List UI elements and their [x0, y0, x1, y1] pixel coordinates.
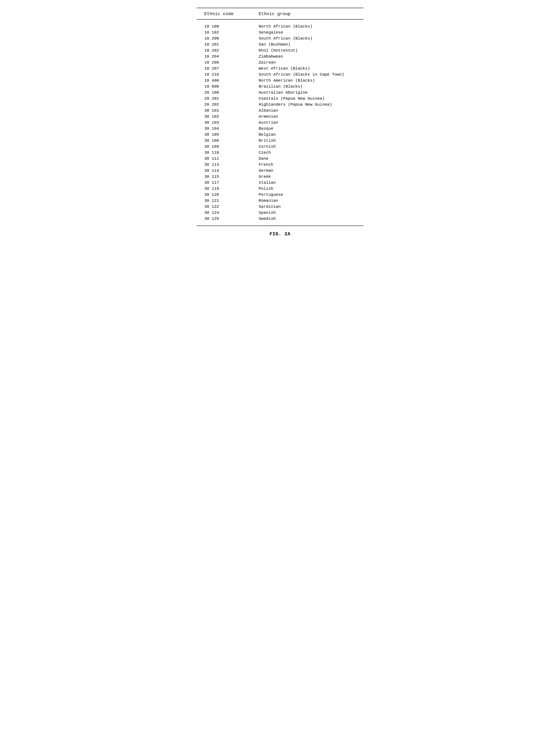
table-row: 30 110Czech: [204, 150, 356, 155]
table-row: 30 109Cornish: [204, 144, 356, 150]
row-code: 30 122: [204, 205, 259, 209]
table-row: 10 100North African (Blacks): [204, 23, 356, 29]
row-group: Zairean: [259, 60, 356, 65]
table-wrapper: Ethnic code Ethnic group 10 100North Afr…: [197, 8, 363, 226]
table-row: 10 204Zimbabwean: [204, 54, 356, 60]
row-code: 30 101: [204, 108, 259, 113]
table-row: 10 102Senegalese: [204, 29, 356, 36]
table-row: 30 106British: [204, 138, 356, 144]
page-container: Ethnic code Ethnic group 10 100North Afr…: [197, 8, 363, 238]
row-code: 20 201: [204, 96, 259, 101]
row-code: 30 121: [204, 198, 259, 203]
row-code: 10 204: [204, 54, 259, 59]
row-code: 30 125: [204, 216, 259, 221]
row-group: Polish: [259, 186, 356, 191]
row-code: 30 120: [204, 192, 259, 197]
row-group: Brazilian (Blacks): [259, 84, 356, 89]
table-row: 20 100Australian Aborigine: [204, 89, 356, 96]
table-row: 30 102Armenian: [204, 113, 356, 120]
row-group: Highlanders (Papua New Guinea): [259, 102, 356, 107]
header-ethnic-group: Ethnic group: [259, 12, 356, 17]
row-code: 30 106: [204, 139, 259, 143]
row-code: 30 104: [204, 126, 259, 131]
row-group: German: [259, 168, 356, 173]
row-code: 30 117: [204, 181, 259, 185]
table-row: 30 101Albanian: [204, 108, 356, 113]
row-group: Swedish: [259, 216, 356, 221]
table-row: 10 200South African (Blacks): [204, 36, 356, 41]
row-group: South African (Blacks): [259, 36, 356, 41]
row-group: Sardinian: [259, 205, 356, 209]
table-row: 30 104Basque: [204, 126, 356, 131]
row-code: 10 210: [204, 72, 259, 77]
table-row: 10 210South African (Blacks in Cape Town…: [204, 71, 356, 78]
table-row: 30 117Italian: [204, 180, 356, 186]
row-group: Spanish: [259, 210, 356, 215]
table-row: 10 207West African (Blacks): [204, 65, 356, 71]
row-code: 10 100: [204, 24, 259, 29]
table-row: 30 115Greek: [204, 174, 356, 180]
table-row: 10 400North American (Blacks): [204, 78, 356, 84]
row-code: 20 202: [204, 102, 259, 107]
row-code: 10 202: [204, 48, 259, 53]
table-row: 30 114German: [204, 168, 356, 174]
row-group: North African (Blacks): [259, 24, 356, 29]
figure-label: FIG. 2A: [197, 226, 363, 238]
row-group: French: [259, 162, 356, 167]
table-row: 10 201San (Bushman): [204, 41, 356, 47]
table-row: 10 206Zairean: [204, 60, 356, 65]
row-group: Zimbabwean: [259, 54, 356, 59]
row-group: Czech: [259, 150, 356, 155]
row-group: North American (Blacks): [259, 78, 356, 83]
row-code: 30 115: [204, 174, 259, 179]
row-code: 30 119: [204, 186, 259, 191]
row-code: 30 110: [204, 150, 259, 155]
row-group: Dane: [259, 156, 356, 161]
table-row: 30 113French: [204, 162, 356, 168]
row-code: 30 102: [204, 114, 259, 119]
row-code: 10 207: [204, 66, 259, 71]
row-code: 30 105: [204, 132, 259, 137]
table-row: 20 202Highlanders (Papua New Guinea): [204, 102, 356, 108]
row-code: 30 111: [204, 156, 259, 161]
table-row: 30 119Polish: [204, 186, 356, 192]
row-group: Cornish: [259, 144, 356, 149]
table-row: 30 103Austrian: [204, 120, 356, 126]
row-group: Austrian: [259, 120, 356, 125]
table-row: 30 122Sardinian: [204, 204, 356, 210]
table-row: 30 124Spanish: [204, 210, 356, 216]
row-code: 30 114: [204, 168, 259, 173]
row-group: San (Bushman): [259, 42, 356, 47]
row-code: 30 103: [204, 120, 259, 125]
row-code: 30 113: [204, 162, 259, 167]
row-code: 10 600: [204, 84, 259, 89]
row-group: Senegalese: [259, 30, 356, 35]
row-group: South African (Blacks in Cape Town): [259, 72, 356, 77]
table-row: 20 201Coastals (Papua New Guinea): [204, 96, 356, 102]
row-group: Australian Aborigine: [259, 90, 356, 95]
table-row: 30 111Dane: [204, 155, 356, 162]
row-code: 30 109: [204, 144, 259, 149]
table-row: 30 121Romanian: [204, 198, 356, 204]
table-row: 30 120Portuguese: [204, 192, 356, 198]
table-row: 30 125Swedish: [204, 216, 356, 222]
row-code: 10 400: [204, 78, 259, 83]
table-row: 30 105Belgian: [204, 131, 356, 138]
row-group: Basque: [259, 126, 356, 131]
row-group: Armenian: [259, 114, 356, 119]
table-row: 10 202Khol (Hottentot): [204, 47, 356, 54]
row-group: Greek: [259, 174, 356, 179]
row-group: British: [259, 139, 356, 143]
header-ethnic-code: Ethnic code: [204, 12, 259, 17]
row-code: 20 100: [204, 90, 259, 95]
row-group: Portuguese: [259, 192, 356, 197]
row-group: Khol (Hottentot): [259, 48, 356, 53]
row-code: 10 201: [204, 42, 259, 47]
row-group: Romanian: [259, 198, 356, 203]
row-code: 10 206: [204, 60, 259, 65]
row-group: Albanian: [259, 108, 356, 113]
table-body: 10 100North African (Blacks)10 102Senega…: [197, 20, 363, 226]
row-code: 30 124: [204, 210, 259, 215]
table-row: 10 600Brazilian (Blacks): [204, 84, 356, 89]
row-group: Coastals (Papua New Guinea): [259, 96, 356, 101]
